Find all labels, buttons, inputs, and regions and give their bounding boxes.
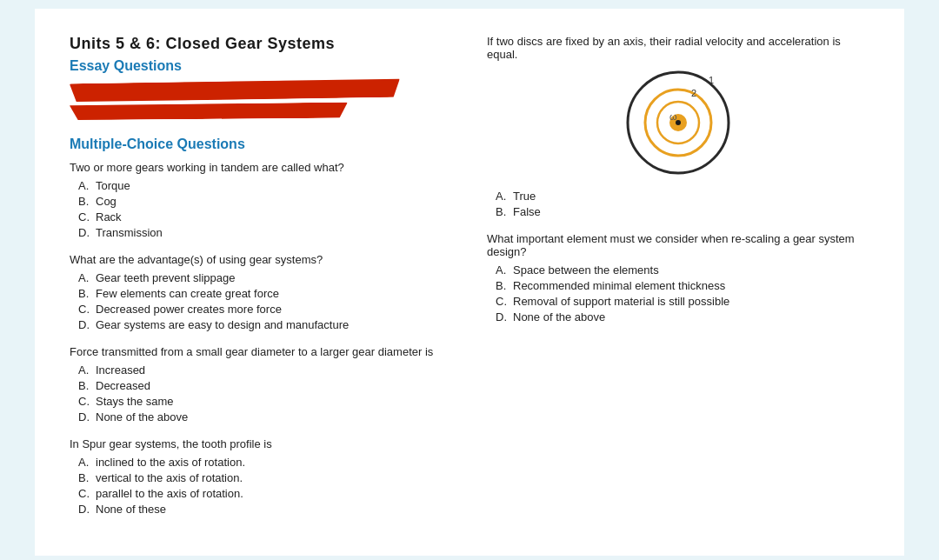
right-column: If two discs are fixed by an axis, their… [487,35,869,530]
options-list-3: A.Increased B.Decreased C.Stays the same… [70,363,452,423]
question-1: Two or more gears working in tandem are … [70,161,452,174]
question-3: Force transmitted from a small gear diam… [70,345,452,358]
option-3d: D.None of the above [78,410,452,423]
option-1d: D.Transmission [78,226,452,239]
disc-question-text: If two discs are fixed by an axis, their… [487,35,869,61]
option-2c: C.Decreased power creates more force [78,303,452,316]
option-3a: A.Increased [78,363,452,377]
option-1b: B.Cog [78,195,452,208]
disc-option-b: B.False [496,205,869,218]
option-4a: A.inclined to the axis of rotation. [78,456,452,469]
option-3c: C.Stays the same [78,395,452,408]
option-2b: B.Few elements can create great force [78,287,452,300]
rescale-option-b: B.Recommended minimal element thickness [496,279,869,292]
svg-text:2: 2 [691,88,696,98]
disc-options-list: A.True B.False [487,190,869,218]
page-container: Units 5 & 6: Closed Gear Systems Essay Q… [35,9,904,556]
mc-section-title: Multiple-Choice Questions [70,137,452,152]
disc-option-a: A.True [496,190,869,203]
options-list-4: A.inclined to the axis of rotation. B.ve… [70,456,452,516]
essay-section-heading: Essay Questions [70,58,452,74]
rescale-option-c: C.Removal of support material is still p… [496,295,869,308]
page-title: Units 5 & 6: Closed Gear Systems [70,35,452,53]
redacted-bar-2 [70,103,348,121]
svg-text:1: 1 [709,75,714,85]
option-1a: A.Torque [78,179,452,192]
rescale-options-list: A.Space between the elements B.Recommend… [487,263,869,323]
options-list-1: A.Torque B.Cog C.Rack D.Transmission [70,179,452,239]
option-1c: C.Rack [78,210,452,223]
disc-diagram: 1 2 ω [487,66,869,179]
option-4d: D.None of these [78,503,452,516]
option-4b: B.vertical to the axis of rotation. [78,471,452,484]
options-list-2: A.Gear teeth prevent slippage B.Few elem… [70,271,452,331]
redacted-bar-1 [70,78,400,103]
svg-text:ω: ω [669,111,677,122]
disc-diagram-svg: 1 2 ω [622,66,735,179]
left-column: Units 5 & 6: Closed Gear Systems Essay Q… [70,35,452,530]
rescale-option-a: A.Space between the elements [496,263,869,277]
question-4: In Spur gear systems, the tooth profile … [70,437,452,450]
option-3b: B.Decreased [78,379,452,392]
question-2: What are the advantage(s) of using gear … [70,253,452,266]
rescale-option-d: D.None of the above [496,310,869,323]
rescale-question: What important element must we consider … [487,232,869,258]
option-2d: D.Gear systems are easy to design and ma… [78,318,452,331]
option-2a: A.Gear teeth prevent slippage [78,271,452,284]
option-4c: C.parallel to the axis of rotation. [78,487,452,500]
